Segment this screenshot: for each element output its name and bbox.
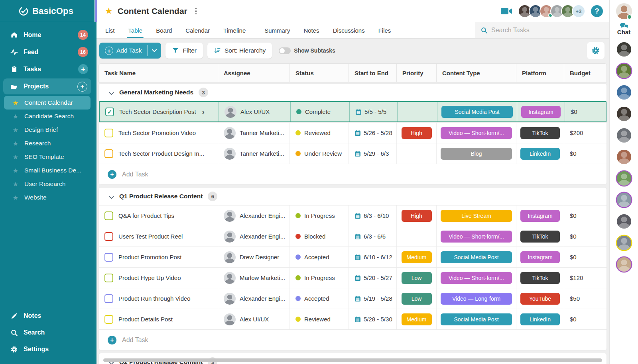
task-cell[interactable]: ✓ Tech Sector Promotion Video — [99, 123, 218, 143]
assignee-cell[interactable]: Alexander Engi... — [218, 205, 290, 226]
content-type-cell[interactable]: Video — Short-form/... — [437, 123, 516, 143]
task-checkbox[interactable]: ✓ — [104, 294, 113, 303]
collapse-chevron-icon[interactable] — [109, 194, 114, 199]
table-settings-button[interactable] — [587, 42, 605, 59]
content-type-cell[interactable]: Video — Short-form/... — [437, 268, 516, 288]
task-cell[interactable]: ✓ Product Run through Video — [99, 288, 218, 309]
contact-avatar[interactable] — [617, 85, 631, 100]
sidebar-project-content-calendar[interactable]: ★ Content Calendar — [4, 96, 91, 110]
sidebar-project-research[interactable]: ★ Research — [0, 137, 95, 150]
group-header[interactable]: Q1 Product Release Content 6 — [99, 188, 606, 205]
assignee-cell[interactable]: Marlow Marketi... — [218, 268, 290, 288]
table-row[interactable]: ✓ Tech Sector Promotion Video Tanner Mar… — [99, 122, 606, 143]
status-cell[interactable]: Under Review — [290, 143, 349, 164]
content-type-cell[interactable]: Social Media Post — [437, 247, 516, 267]
sidebar-project-website[interactable]: ★ Website — [0, 191, 95, 204]
status-cell[interactable]: In Progress — [290, 268, 349, 288]
content-type-cell[interactable]: Live Stream — [437, 205, 516, 226]
chat-header[interactable]: Chat — [610, 21, 638, 37]
status-cell[interactable]: Blocked — [290, 226, 349, 247]
table-row[interactable]: ✓ Users Test Product Reel Alexander Engi… — [99, 226, 606, 247]
task-cell[interactable]: ✓ Q&A for Product Tips — [99, 205, 218, 226]
toggle-switch[interactable] — [279, 47, 291, 54]
task-cell[interactable]: ✓ Tech Sector Product Design In... — [99, 143, 218, 164]
platform-cell[interactable]: Instagram — [516, 247, 564, 267]
contact-avatar[interactable] — [617, 42, 631, 57]
assignee-cell[interactable]: Alex UI/UX — [219, 102, 291, 121]
budget-cell[interactable]: $200 — [564, 123, 606, 143]
task-checkbox[interactable]: ✓ — [104, 129, 113, 137]
task-checkbox[interactable]: ✓ — [104, 232, 113, 241]
dates-cell[interactable]: 5/29 - 6/3 — [349, 143, 397, 164]
content-type-cell[interactable]: Social Media Post — [437, 309, 516, 329]
content-type-cell[interactable]: Social Media Post — [437, 102, 517, 121]
favorite-star-icon[interactable]: ★ — [105, 6, 113, 16]
status-cell[interactable]: In Progress — [290, 205, 349, 226]
task-checkbox[interactable]: ✓ — [104, 274, 113, 282]
table-row[interactable]: ✓ Product Run through Video Alexander En… — [99, 288, 606, 309]
budget-cell[interactable]: $0 — [564, 226, 606, 247]
sidebar-project-user-research[interactable]: ★ User Research — [0, 177, 95, 191]
budget-cell[interactable]: $0 — [564, 247, 606, 267]
priority-cell[interactable]: Medium — [397, 309, 437, 329]
column-header-content-type[interactable]: Content Type — [437, 64, 516, 82]
column-header-status[interactable]: Status — [290, 64, 349, 82]
column-header-start-to-end[interactable]: Start to End — [349, 64, 397, 82]
search-tasks-input[interactable] — [491, 27, 604, 34]
platform-cell[interactable]: LinkedIn — [516, 143, 564, 164]
platform-cell[interactable]: TikTok — [516, 123, 564, 143]
current-user[interactable] — [610, 0, 638, 22]
sidebar-item-home[interactable]: Home 14 — [0, 26, 95, 43]
content-type-cell[interactable]: Video — Long-form — [437, 288, 516, 309]
logo[interactable]: BasicOps — [0, 0, 95, 22]
group-header[interactable]: General Marketing Needs 3 — [99, 84, 606, 101]
status-cell[interactable]: Accepted — [290, 247, 349, 267]
contact-avatar[interactable] — [617, 150, 631, 164]
sort-button[interactable]: Sort: Hierarchy — [207, 43, 272, 59]
sidebar-project-small-business-de[interactable]: ★ Small Business De... — [0, 164, 95, 177]
contact-avatar[interactable] — [617, 128, 631, 143]
tab-files[interactable]: Files — [372, 22, 398, 38]
dates-cell[interactable]: 6/10 - 6/12 — [349, 247, 397, 267]
status-cell[interactable]: Complete — [291, 102, 350, 121]
tab-summary[interactable]: Summary — [258, 22, 297, 38]
assignee-cell[interactable]: Tanner Marketi... — [218, 143, 290, 164]
sidebar-project-candidate-search[interactable]: ★ Candidate Search — [0, 110, 95, 123]
budget-cell[interactable]: $0 — [564, 143, 606, 164]
budget-cell[interactable]: $50 — [564, 288, 606, 309]
add-task-row[interactable]: + Add Task — [99, 164, 606, 184]
help-button[interactable]: ? — [591, 5, 603, 17]
task-checkbox[interactable]: ✓ — [104, 211, 113, 220]
contact-avatar[interactable] — [617, 171, 631, 186]
column-header-assignee[interactable]: Assignee — [218, 64, 290, 82]
table-row[interactable]: ✓ Tech Sector Product Design In... Tanne… — [99, 143, 606, 164]
tab-notes[interactable]: Notes — [297, 22, 326, 38]
contact-avatar[interactable] — [617, 64, 631, 78]
tab-calendar[interactable]: Calendar — [179, 22, 217, 38]
budget-cell[interactable]: $0 — [565, 102, 606, 121]
member-avatar-stack[interactable]: +3 — [518, 4, 585, 18]
table-row[interactable]: ✓ Product Hype Up Video Marlow Marketi..… — [99, 267, 606, 288]
content-type-cell[interactable]: Blog — [437, 143, 516, 164]
priority-cell[interactable] — [398, 102, 437, 121]
priority-cell[interactable]: Medium — [397, 247, 437, 267]
platform-cell[interactable]: TikTok — [516, 226, 564, 247]
dates-cell[interactable]: 5/19 - 5/28 — [349, 288, 397, 309]
contact-avatar[interactable] — [617, 107, 631, 121]
platform-cell[interactable]: Instagram — [516, 205, 564, 226]
priority-cell[interactable]: High — [397, 123, 437, 143]
platform-cell[interactable]: YouTube — [516, 288, 564, 309]
contact-avatar[interactable] — [617, 257, 631, 272]
sidebar-item-tasks[interactable]: Tasks + — [0, 61, 95, 78]
dates-cell[interactable]: 5/26 - 5/28 — [349, 123, 397, 143]
add-task-split-button[interactable]: + Add Task — [99, 43, 161, 59]
budget-cell[interactable]: $0 — [564, 205, 606, 226]
sidebar-project-seo-template[interactable]: ★ SEO Template — [0, 150, 95, 164]
contact-avatar[interactable] — [617, 214, 631, 229]
open-task-arrow-icon[interactable]: › — [202, 108, 205, 116]
platform-cell[interactable]: TikTok — [516, 268, 564, 288]
task-cell[interactable]: ✓ Users Test Product Reel — [99, 226, 218, 247]
dates-cell[interactable]: 5/5 - 5/5 — [350, 102, 398, 121]
dates-cell[interactable]: 6/3 - 6/10 — [349, 205, 397, 226]
tab-table[interactable]: Table — [121, 22, 149, 38]
